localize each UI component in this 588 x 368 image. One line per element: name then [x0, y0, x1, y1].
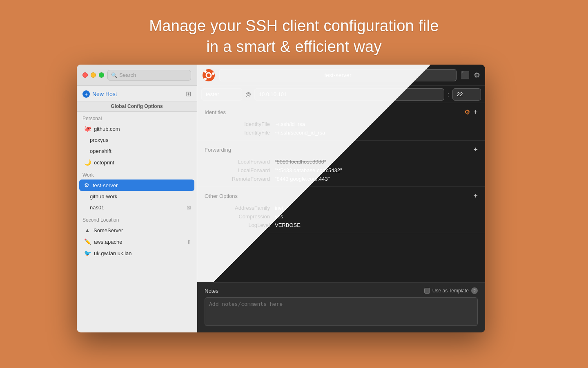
host-item-test-server[interactable]: ⚙ test-server: [79, 180, 194, 191]
host-item-github-work[interactable]: github-work: [77, 191, 197, 202]
search-bar[interactable]: 🔍 Search: [107, 70, 191, 81]
aws-apache-icon: ✏️: [84, 238, 91, 245]
connection-row: tester @ 10.0.10.101 : 22: [197, 86, 485, 103]
new-host-row: + New Host ⊞: [77, 86, 197, 101]
maximize-button[interactable]: [99, 72, 104, 78]
host-header: test-server ⬛ ⚙: [197, 65, 485, 86]
main-inner: test-server ⬛ ⚙ tester @ 10.0.10.101 : 2: [197, 65, 485, 332]
minimize-button[interactable]: [91, 72, 96, 78]
config-key-localfwd2: LocalForward: [205, 167, 270, 173]
template-label: Use as Template: [432, 288, 469, 294]
hostname-value: test-server: [324, 72, 351, 79]
user-field[interactable]: tester: [201, 88, 242, 101]
port-field[interactable]: 22: [452, 88, 481, 101]
host-label-test-server: test-server: [93, 182, 191, 188]
identities-actions: ⚙ +: [464, 108, 478, 117]
config-key-compression: Compression: [205, 213, 270, 220]
host-field[interactable]: 10.0.10.101: [254, 88, 444, 101]
identities-title: Identities: [205, 109, 226, 115]
host-item-proxyus[interactable]: proxyus: [77, 135, 197, 146]
uk-gw-icon: 🐦: [84, 250, 91, 256]
someserver-icon: ▲: [84, 227, 91, 233]
forwarding-title: Forwarding: [205, 147, 231, 153]
host-label-nas01: nas01: [90, 204, 184, 211]
host-label-github: github.com: [94, 126, 191, 132]
other-options-section: Other Options + AddressFamily inet Compr…: [197, 187, 485, 233]
import-icon[interactable]: ⊞: [186, 90, 191, 98]
section-personal-header: Personal: [77, 112, 197, 123]
host-item-openshift[interactable]: openshift: [77, 146, 197, 157]
colon-separator: :: [444, 91, 452, 98]
forwarding-add-icon[interactable]: +: [473, 146, 478, 154]
config-val-addressfamily: inet: [275, 205, 283, 211]
config-val-localfwd2: "*:5433 database.com:5432": [275, 167, 342, 173]
config-key-idfile1: IdentityFile: [205, 121, 270, 127]
section-secondlocation-header: Second Location: [77, 213, 197, 224]
svg-point-4: [204, 70, 207, 73]
identities-add-icon[interactable]: +: [473, 108, 478, 117]
nas01-suffix-icon: ⊠: [187, 204, 191, 211]
host-label-aws-apache: aws.apache: [94, 239, 184, 245]
notes-template-row: Use as Template ?: [424, 287, 478, 294]
config-val-remotefwd: "8443 google.com:443": [275, 176, 330, 182]
notes-section: Notes Use as Template ?: [197, 282, 485, 332]
host-label-someserver: SomeServer: [94, 227, 191, 233]
config-row-localfwd2: LocalForward "*:5433 database.com:5432": [205, 166, 478, 175]
notes-textarea[interactable]: [205, 297, 478, 326]
config-val-loglevel: VERBOSE: [275, 222, 301, 228]
close-button[interactable]: [82, 72, 88, 78]
identities-title-row: Identities ⚙ +: [205, 108, 478, 117]
new-host-button[interactable]: + New Host: [82, 90, 117, 98]
header-icons: ⬛ ⚙: [461, 71, 480, 80]
host-item-github[interactable]: 🐙 github.com: [77, 123, 197, 135]
test-server-icon: ⚙: [83, 182, 90, 188]
help-icon[interactable]: ?: [471, 287, 478, 294]
host-label-octoprint: octoprint: [94, 159, 191, 166]
host-label-openshift: openshift: [90, 148, 191, 154]
template-checkbox[interactable]: [424, 288, 430, 294]
detail-scroll: Identities ⚙ + IdentityFile ~/.ssh/id_rs…: [197, 103, 485, 282]
host-item-uk-gw[interactable]: 🐦 uk.gw.lan uk.lan: [77, 247, 197, 259]
sidebar: 🔍 Search + New Host ⊞ Global Config Opti…: [77, 65, 197, 332]
config-val-idfile2: ~/.ssh/second_id_rsa: [275, 130, 325, 136]
forwarding-title-row: Forwarding +: [205, 146, 478, 154]
host-item-someserver[interactable]: ▲ SomeServer: [77, 224, 197, 236]
config-row-addressfamily: AddressFamily inet: [205, 204, 478, 212]
hero-line1: Manage your SSH client configuration fil…: [0, 16, 588, 36]
help-symbol: ?: [473, 289, 476, 293]
identities-section: Identities ⚙ + IdentityFile ~/.ssh/id_rs…: [197, 103, 485, 141]
host-list: Personal 🐙 github.com proxyus openshift …: [77, 112, 197, 332]
new-host-label: New Host: [92, 91, 117, 97]
user-value: tester: [206, 91, 219, 97]
host-label-proxyus: proxyus: [90, 137, 191, 143]
search-label: Search: [119, 72, 136, 78]
host-item-aws-apache[interactable]: ✏️ aws.apache ⬆: [77, 236, 197, 247]
config-row-localfwd1: LocalForward "8080 localhost:8080": [205, 157, 478, 166]
host-item-nas01[interactable]: nas01 ⊠: [77, 202, 197, 213]
settings-icon[interactable]: ⚙: [474, 71, 480, 80]
hero-line2: in a smart & efficient way: [0, 36, 588, 57]
identities-settings-icon[interactable]: ⚙: [464, 108, 470, 116]
octoprint-icon: 🌙: [84, 159, 91, 166]
config-val-localfwd1: "8080 localhost:8080": [275, 159, 326, 165]
hostname-input[interactable]: test-server: [219, 69, 457, 81]
terminal-icon[interactable]: ⬛: [461, 71, 470, 80]
other-options-add-icon[interactable]: +: [473, 192, 478, 200]
at-symbol: @: [242, 91, 254, 98]
global-config-label: Global Config Options: [111, 103, 163, 109]
forwarding-actions: +: [473, 146, 478, 154]
host-value: 10.0.10.101: [259, 91, 287, 97]
global-config-row[interactable]: Global Config Options: [77, 101, 197, 112]
titlebar: 🔍 Search: [77, 65, 197, 86]
config-row-remotefwd: RemoteForward "8443 google.com:443": [205, 175, 478, 183]
config-row-compression: Compression yes: [205, 212, 478, 221]
port-value: 22: [457, 91, 463, 97]
config-val-compression: yes: [275, 213, 283, 220]
config-row-idfile1: IdentityFile ~/.ssh/id_rsa: [205, 120, 478, 128]
other-options-actions: +: [473, 192, 478, 200]
notes-header: Notes Use as Template ?: [205, 287, 478, 294]
notes-title: Notes: [205, 288, 218, 294]
host-item-octoprint[interactable]: 🌙 octoprint: [77, 157, 197, 168]
config-key-remotefwd: RemoteForward: [205, 176, 270, 182]
traffic-lights: [82, 72, 104, 78]
